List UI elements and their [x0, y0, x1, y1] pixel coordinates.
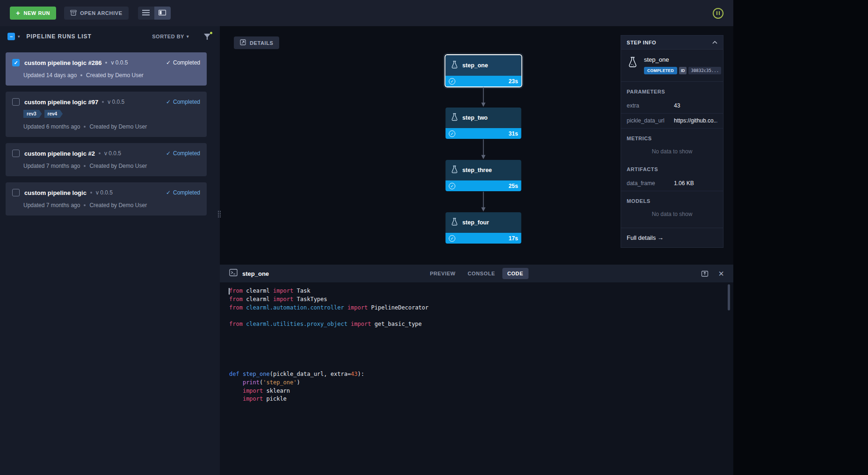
open-archive-button[interactable]: OPEN ARCHIVE	[64, 7, 129, 20]
full-details-link[interactable]: Full details →	[621, 228, 723, 247]
run-card[interactable]: ✓ custom pipeline logic #286 v 0.0.5 ✓ C…	[6, 52, 207, 86]
dot-separator	[90, 192, 92, 194]
sorted-by-button[interactable]: SORTED BY ▾	[152, 34, 189, 39]
dag-arrow	[479, 86, 488, 108]
step-flask-icon	[627, 56, 639, 74]
node-status-bar: ✓ 31s	[446, 128, 521, 139]
run-meta: Updated 7 months ago Created by Demo Use…	[23, 163, 200, 169]
info-row: pickle_data_urlhttps://github.co...	[621, 114, 723, 129]
code-line: def step_one(pickle_data_url, extra=43):	[229, 370, 733, 379]
chevron-down-icon[interactable]: ▾	[18, 34, 20, 39]
run-meta: Updated 14 days ago Created by Demo User	[23, 72, 200, 79]
parameters-rows: extra43pickle_data_urlhttps://github.co.…	[621, 99, 723, 129]
check-icon: ✓	[166, 150, 171, 157]
pipeline-step-node[interactable]: step_three ✓ 25s	[446, 160, 521, 191]
run-status-label: Completed	[173, 150, 200, 157]
archive-icon	[70, 10, 77, 17]
models-section-label: MODELS	[621, 191, 723, 208]
run-updated: Updated 6 months ago	[23, 123, 80, 130]
code-line: from clearml import Task	[229, 287, 733, 295]
flask-icon	[450, 217, 459, 228]
split-view-toggle[interactable]	[154, 7, 171, 20]
panel-resize-handle[interactable]	[217, 206, 222, 223]
run-version: v 0.0.5	[96, 189, 113, 196]
code-line	[229, 353, 733, 362]
plus-icon: +	[16, 9, 20, 16]
dag-arrow	[479, 139, 488, 160]
select-all-checkbox[interactable]: –	[7, 33, 15, 40]
code-line: import sklearn	[229, 387, 733, 396]
run-created: Created by Demo User	[89, 202, 147, 209]
details-button[interactable]: DETAILS	[234, 36, 279, 49]
close-panel-button[interactable]: ×	[718, 269, 724, 278]
run-version: v 0.0.5	[108, 99, 124, 105]
run-updated: Updated 14 days ago	[23, 72, 77, 79]
tab-preview[interactable]: PREVIEW	[425, 268, 461, 279]
node-status-bar: ✓ 25s	[446, 180, 521, 191]
runs-list-title: PIPELINE RUNS LIST	[27, 33, 92, 40]
run-title: custom pipeline logic #97	[24, 99, 98, 106]
run-status: ✓ Completed	[166, 189, 200, 196]
runs-list: ✓ custom pipeline logic #286 v 0.0.5 ✓ C…	[0, 47, 220, 475]
run-checkbox[interactable]: ✓	[12, 98, 20, 106]
run-card[interactable]: ✓ custom pipeline logic v 0.0.5 ✓ Comple…	[6, 182, 207, 216]
run-card[interactable]: ✓ custom pipeline logic #2 v 0.0.5 ✓ Com…	[6, 143, 207, 176]
pipeline-step-node[interactable]: step_two ✓ 31s	[446, 108, 521, 139]
metrics-empty-text: No data to show	[621, 145, 723, 159]
tab-console[interactable]: CONSOLE	[463, 268, 500, 279]
sidebar-header: – ▾ PIPELINE RUNS LIST SORTED BY ▾	[0, 26, 220, 47]
run-checkbox[interactable]: ✓	[12, 189, 20, 196]
dot-separator	[80, 74, 82, 76]
main-panel: DETAILS step_one ✓ 23s step_two ✓ 31s	[220, 26, 733, 475]
code-content: from clearml import Taskfrom clearml imp…	[229, 287, 733, 403]
run-checkbox[interactable]: ✓	[12, 59, 20, 66]
pipeline-step-node[interactable]: step_four ✓ 17s	[446, 212, 521, 244]
flask-icon	[450, 60, 459, 71]
run-checkbox[interactable]: ✓	[12, 150, 20, 157]
filter-button[interactable]	[204, 33, 212, 40]
step-summary: step_one COMPLETED ID 30832c35...	[621, 50, 723, 82]
dot-separator	[84, 204, 86, 206]
run-status-label: Completed	[173, 99, 200, 105]
workers-pause-icon[interactable]	[713, 8, 723, 19]
info-value: 1.06 KB	[674, 180, 717, 187]
completed-check-icon: ✓	[449, 130, 456, 137]
code-actions: ×	[701, 269, 724, 278]
pipeline-step-node[interactable]: step_one ✓ 23s	[446, 55, 521, 86]
models-empty-text: No data to show	[621, 208, 723, 222]
step-info-panel: STEP INFO step_one COMPLETED	[621, 35, 723, 248]
run-card-header: ✓ custom pipeline logic #2 v 0.0.5 ✓ Com…	[12, 150, 200, 157]
completed-check-icon: ✓	[449, 183, 456, 189]
table-view-toggle[interactable]	[138, 7, 154, 20]
collapse-chevron-icon[interactable]	[712, 41, 717, 44]
run-title: custom pipeline logic #2	[24, 150, 95, 157]
run-created: Created by Demo User	[89, 163, 147, 169]
code-line	[229, 337, 733, 345]
step-info-title: STEP INFO	[627, 40, 656, 45]
node-header: step_three	[446, 160, 521, 180]
node-name: step_two	[463, 115, 488, 121]
expand-panel-button[interactable]	[701, 270, 709, 277]
run-tag[interactable]: rev3	[23, 110, 42, 118]
code-line	[229, 312, 733, 320]
new-run-label: NEW RUN	[23, 10, 50, 16]
check-icon: ✓	[166, 59, 171, 66]
code-scrollbar[interactable]	[728, 284, 730, 310]
run-status: ✓ Completed	[166, 150, 200, 157]
run-card[interactable]: ✓ custom pipeline logic #97 v 0.0.5 ✓ Co…	[6, 92, 207, 137]
artifacts-section-label: ARTIFACTS	[621, 159, 723, 176]
new-run-button[interactable]: + NEW RUN	[10, 7, 56, 20]
app-window: + NEW RUN OPEN ARCHIVE	[0, 0, 733, 475]
dot-separator	[84, 165, 86, 167]
pipeline-dag: step_one ✓ 23s step_two ✓ 31s step_three	[446, 55, 521, 244]
tab-code[interactable]: CODE	[502, 268, 528, 279]
run-card-header: ✓ custom pipeline logic #97 v 0.0.5 ✓ Co…	[12, 98, 200, 106]
info-row: data_frame1.06 KB	[621, 176, 723, 191]
open-archive-label: OPEN ARCHIVE	[80, 10, 123, 16]
id-value: 30832c35...	[688, 67, 721, 74]
id-badge: ID	[679, 67, 687, 74]
code-panel-title: step_one	[242, 270, 269, 277]
run-status: ✓ Completed	[166, 59, 200, 66]
run-status-label: Completed	[173, 59, 200, 66]
run-tag[interactable]: rev4	[44, 110, 63, 118]
